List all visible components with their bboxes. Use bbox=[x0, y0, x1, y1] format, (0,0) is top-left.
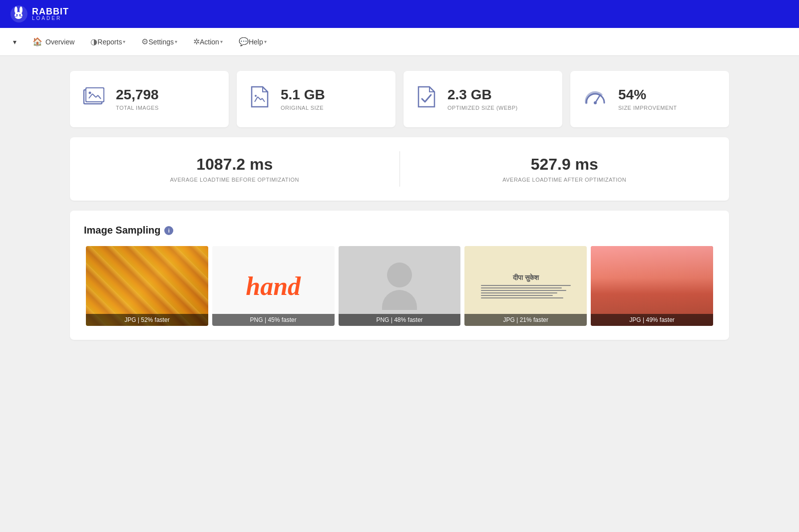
stats-row: 25,798 TOTAL IMAGES 5.1 GB bbox=[70, 71, 729, 127]
original-size-label: ORIGINAL SIZE bbox=[281, 105, 325, 111]
settings-chevron-icon: ▾ bbox=[175, 39, 177, 44]
loadtime-before: 1087.2 ms AVERAGE LOADTIME BEFORE OPTIMI… bbox=[70, 151, 400, 187]
nav-settings-label: Settings bbox=[148, 38, 174, 46]
svg-point-5 bbox=[19, 14, 21, 16]
loadtime-after: 527.9 ms AVERAGE LOADTIME AFTER OPTIMIZA… bbox=[400, 151, 730, 187]
image-badge-5: JPG | 49% faster bbox=[591, 314, 713, 326]
svg-line-17 bbox=[258, 97, 261, 100]
total-images-label: TOTAL IMAGES bbox=[116, 105, 159, 111]
optimized-size-value: 2.3 GB bbox=[447, 87, 518, 103]
total-images-value: 25,798 bbox=[116, 87, 159, 103]
person-head bbox=[387, 263, 412, 287]
nav-action-label: Action bbox=[200, 38, 219, 46]
svg-point-15 bbox=[89, 92, 91, 94]
stat-info-size-improvement: 54% SIZE IMPROVEMENT bbox=[618, 87, 677, 111]
size-improvement-label: SIZE IMPROVEMENT bbox=[618, 105, 677, 111]
header: RABBIT LOADER bbox=[0, 0, 799, 28]
image-badge-2: PNG | 45% faster bbox=[212, 314, 335, 326]
stat-card-size-improvement: 54% SIZE IMPROVEMENT bbox=[570, 71, 729, 127]
image-grid: JPG | 52% faster hand PNG | 45% faster P… bbox=[84, 246, 715, 326]
settings-icon: ⚙ bbox=[141, 37, 148, 46]
loadtime-before-label: AVERAGE LOADTIME BEFORE OPTIMIZATION bbox=[80, 177, 390, 183]
stat-card-total-images: 25,798 TOTAL IMAGES bbox=[70, 71, 229, 127]
rabbit-logo-icon bbox=[10, 5, 28, 23]
help-chevron-icon: ▾ bbox=[264, 39, 267, 44]
chevron-down-icon: ▾ bbox=[13, 38, 16, 46]
stat-card-original-size: 5.1 GB ORIGINAL SIZE bbox=[237, 71, 396, 127]
svg-point-3 bbox=[14, 12, 22, 19]
images-icon bbox=[82, 85, 106, 113]
img4-lines bbox=[481, 285, 571, 298]
svg-point-4 bbox=[16, 14, 18, 16]
action-chevron-icon: ▾ bbox=[220, 39, 223, 44]
reports-chevron-icon: ▾ bbox=[123, 39, 125, 44]
nav-help[interactable]: 💬 Help ▾ bbox=[232, 33, 274, 50]
stat-info-optimized-size: 2.3 GB OPTIMIZED SIZE (WEBP) bbox=[447, 87, 518, 111]
logo-subtitle: LOADER bbox=[32, 16, 69, 21]
help-icon: 💬 bbox=[239, 37, 249, 46]
main-content: 25,798 TOTAL IMAGES 5.1 GB bbox=[50, 56, 749, 355]
size-improvement-value: 54% bbox=[618, 87, 677, 103]
loadtime-after-value: 527.9 ms bbox=[410, 155, 720, 174]
nav-action[interactable]: ✲ Action ▾ bbox=[186, 33, 230, 50]
sample-image-1[interactable]: JPG | 52% faster bbox=[86, 246, 208, 326]
logo[interactable]: RABBIT LOADER bbox=[10, 5, 69, 23]
stat-card-optimized-size: 2.3 GB OPTIMIZED SIZE (WEBP) bbox=[403, 71, 562, 127]
image-badge-4: JPG | 21% faster bbox=[464, 314, 587, 326]
speedometer-icon bbox=[582, 85, 608, 113]
info-icon[interactable]: i bbox=[164, 226, 173, 235]
original-size-value: 5.1 GB bbox=[281, 87, 325, 103]
img4-title: दीपा सुकेश bbox=[513, 273, 539, 282]
person-body bbox=[382, 290, 417, 310]
image-badge-1: JPG | 52% faster bbox=[86, 314, 208, 326]
svg-line-16 bbox=[255, 97, 258, 102]
sample-image-2[interactable]: hand PNG | 45% faster bbox=[212, 246, 335, 326]
loadtime-card: 1087.2 ms AVERAGE LOADTIME BEFORE OPTIMI… bbox=[70, 137, 729, 201]
loadtime-before-value: 1087.2 ms bbox=[80, 155, 390, 174]
sampling-header: Image Sampling i bbox=[84, 225, 715, 236]
file-check-icon bbox=[415, 85, 437, 113]
nav-reports-label: Reports bbox=[97, 38, 122, 46]
svg-line-19 bbox=[262, 98, 265, 102]
action-icon: ✲ bbox=[193, 37, 200, 46]
logo-text: RABBIT LOADER bbox=[32, 7, 69, 21]
svg-point-22 bbox=[594, 101, 597, 104]
nav-help-label: Help bbox=[249, 38, 263, 46]
stat-info-original-size: 5.1 GB ORIGINAL SIZE bbox=[281, 87, 325, 111]
img2-text: hand bbox=[246, 271, 301, 301]
file-image-icon bbox=[249, 85, 271, 113]
nav-dropdown-toggle[interactable]: ▾ bbox=[6, 34, 23, 50]
navbar: ▾ 🏠 Overview ◑ Reports ▾ ⚙ Settings ▾ ✲ … bbox=[0, 28, 799, 56]
image-badge-3: PNG | 48% faster bbox=[339, 314, 461, 326]
home-icon: 🏠 bbox=[32, 37, 42, 46]
sample-image-3[interactable]: PNG | 48% faster bbox=[339, 246, 461, 326]
sample-image-5[interactable]: JPG | 49% faster bbox=[591, 246, 713, 326]
svg-rect-9 bbox=[86, 88, 104, 102]
nav-overview-label: Overview bbox=[45, 38, 74, 46]
stat-info-total-images: 25,798 TOTAL IMAGES bbox=[116, 87, 159, 111]
optimized-size-label: OPTIMIZED SIZE (WEBP) bbox=[447, 105, 518, 111]
reports-icon: ◑ bbox=[90, 37, 97, 46]
sampling-card: Image Sampling i JPG | 52% faster hand P… bbox=[70, 211, 729, 340]
nav-settings[interactable]: ⚙ Settings ▾ bbox=[134, 33, 184, 50]
logo-title: RABBIT bbox=[32, 7, 69, 16]
nav-overview[interactable]: 🏠 Overview bbox=[25, 33, 81, 50]
svg-point-20 bbox=[255, 95, 257, 97]
nav-reports[interactable]: ◑ Reports ▾ bbox=[83, 33, 132, 50]
loadtime-after-label: AVERAGE LOADTIME AFTER OPTIMIZATION bbox=[410, 177, 720, 183]
sample-image-4[interactable]: दीपा सुकेश JPG | 21% faster bbox=[464, 246, 587, 326]
sampling-title: Image Sampling bbox=[84, 225, 160, 236]
